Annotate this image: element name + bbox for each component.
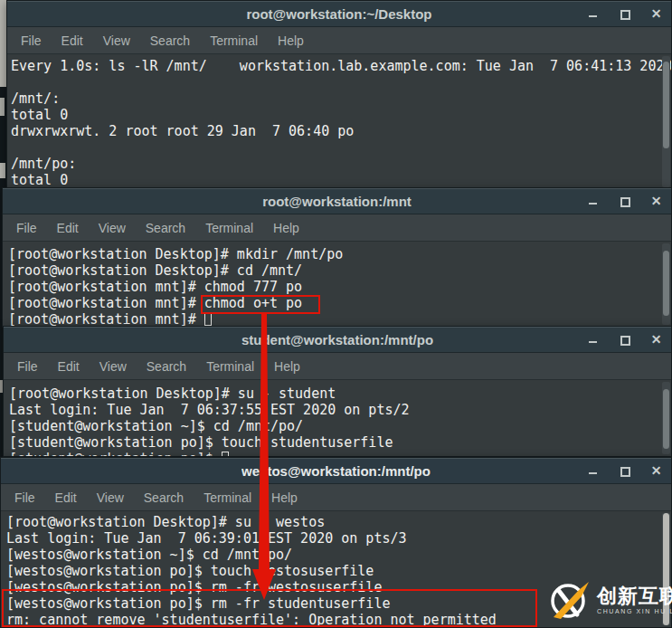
scrollbar[interactable] — [662, 56, 670, 187]
close-icon[interactable]: ✕ — [650, 8, 662, 20]
terminal-line: [student@workstation po]$ touch studentu… — [4, 434, 671, 451]
minimize-icon[interactable] — [587, 195, 599, 207]
menu-view[interactable]: View — [93, 357, 133, 376]
terminal-line: [student@workstation ~]$ cd /mnt/po/ — [4, 418, 671, 434]
menu-edit[interactable]: Edit — [49, 488, 83, 508]
terminal-line: Last login: Tue Jan 7 06:39:01 EST 2020 … — [1, 530, 671, 547]
terminal-line: [root@workstation Desktop]# su - student — [4, 385, 671, 402]
menubar: File Edit View Search Terminal Help — [4, 353, 671, 380]
window-title: student@workstation:/mnt/po — [241, 332, 433, 347]
menu-search[interactable]: Search — [140, 357, 193, 376]
terminal-prompt-line: [student@workstation po]$ — [4, 451, 671, 456]
terminal-line: total 0 — [7, 172, 671, 188]
terminal-line: total 0 — [7, 107, 671, 123]
window-title: root@workstation:/mnt — [262, 194, 412, 209]
window-title: root@workstation:~/Desktop — [246, 6, 431, 22]
minimize-icon[interactable] — [587, 334, 599, 346]
terminal-line: [westos@workstation po]$ rm -fr westosus… — [1, 579, 671, 595]
menu-edit[interactable]: Edit — [51, 218, 85, 238]
titlebar[interactable]: root@workstation:/mnt ✕ — [3, 188, 671, 214]
close-icon[interactable]: ✕ — [650, 465, 662, 477]
close-icon[interactable]: ✕ — [650, 195, 662, 207]
menu-edit[interactable]: Edit — [52, 357, 86, 376]
menu-view[interactable]: View — [92, 218, 132, 238]
background-window-edge — [0, 163, 5, 178]
minimize-icon[interactable] — [587, 8, 599, 20]
terminal-cursor — [204, 312, 212, 326]
prompt-text: [student@workstation po]$ — [9, 451, 222, 456]
terminal-line: drwxrwxrwt. 2 root root 29 Jan 7 06:40 p… — [7, 123, 671, 139]
scrollbar[interactable] — [662, 243, 670, 325]
window-controls: ✕ — [587, 189, 662, 214]
terminal-line: /mnt/po: — [7, 156, 671, 172]
titlebar[interactable]: student@workstation:/mnt/po ✕ — [4, 327, 671, 353]
menu-help[interactable]: Help — [268, 357, 307, 376]
titlebar[interactable]: westos@workstation:/mnt/po ✕ — [1, 458, 671, 484]
menu-help[interactable]: Help — [267, 218, 306, 238]
menu-terminal[interactable]: Terminal — [200, 357, 260, 376]
terminal-line: /mnt/: — [7, 90, 671, 107]
window-title: westos@workstation:/mnt/po — [241, 463, 431, 479]
menu-view[interactable]: View — [97, 31, 137, 51]
background-window-edge — [0, 0, 6, 87]
terminal-line: rm: cannot remove 'studentuserfile': Ope… — [1, 612, 671, 627]
titlebar[interactable]: root@workstation:~/Desktop ✕ — [7, 1, 671, 27]
terminal-screen[interactable]: [root@workstation Desktop]# su - student… — [4, 380, 671, 456]
prompt-text: [root@workstation mnt]# — [8, 311, 204, 327]
maximize-icon[interactable] — [619, 195, 630, 207]
maximize-icon[interactable] — [619, 465, 630, 477]
terminal-line: [root@workstation Desktop]# mkdir /mnt/p… — [3, 246, 671, 262]
terminal-window-watch: root@workstation:~/Desktop ✕ File Edit V… — [6, 0, 672, 190]
scrollbar[interactable] — [662, 382, 670, 454]
menu-file[interactable]: File — [11, 357, 44, 376]
maximize-icon[interactable] — [619, 334, 630, 346]
terminal-line: [root@workstation Desktop]# su - westos — [1, 514, 671, 530]
terminal-line — [7, 74, 671, 90]
menu-terminal[interactable]: Terminal — [199, 218, 260, 238]
terminal-line: [root@workstation Desktop]# cd /mnt/ — [3, 262, 671, 279]
menu-search[interactable]: Search — [144, 31, 196, 51]
terminal-window-westos: westos@workstation:/mnt/po ✕ File Edit V… — [0, 457, 672, 628]
window-controls: ✕ — [587, 459, 662, 483]
menu-file[interactable]: File — [14, 31, 48, 51]
menu-terminal[interactable]: Terminal — [197, 488, 258, 508]
menu-file[interactable]: File — [10, 218, 43, 238]
terminal-prompt-line: [root@workstation mnt]# — [3, 311, 671, 327]
terminal-screen[interactable]: [root@workstation Desktop]# su - westos … — [1, 511, 671, 627]
scrollbar-thumb[interactable] — [663, 62, 669, 148]
terminal-screen[interactable]: Every 1.0s: ls -lR /mnt/ workstation.lab… — [7, 54, 671, 189]
menu-edit[interactable]: Edit — [55, 31, 90, 51]
menubar: File Edit View Search Terminal Help — [3, 214, 671, 242]
window-controls: ✕ — [587, 2, 662, 26]
terminal-line: [westos@workstation po]$ touch westosuse… — [1, 563, 671, 579]
scrollbar-thumb[interactable] — [663, 389, 669, 449]
scrollbar-thumb[interactable] — [663, 513, 669, 625]
terminal-line: [westos@workstation ~]$ cd /mnt/po/ — [1, 547, 671, 563]
terminal-cursor — [222, 452, 229, 456]
close-icon[interactable]: ✕ — [650, 334, 662, 346]
minimize-icon[interactable] — [587, 465, 599, 477]
window-controls: ✕ — [587, 328, 662, 352]
terminal-line: [westos@workstation po]$ rm -fr studentu… — [1, 595, 671, 612]
terminal-window-root-mnt: root@workstation:/mnt ✕ File Edit View S… — [2, 187, 672, 328]
scrollbar-thumb[interactable] — [663, 251, 669, 316]
terminal-window-student: student@workstation:/mnt/po ✕ File Edit … — [3, 326, 672, 457]
background-window-edge — [0, 98, 5, 116]
scrollbar[interactable] — [662, 513, 670, 625]
menubar: File Edit View Search Terminal Help — [7, 27, 671, 54]
terminal-line — [7, 139, 671, 156]
terminal-line: Last login: Tue Jan 7 06:37:55 EST 2020 … — [4, 402, 671, 418]
menu-file[interactable]: File — [8, 488, 42, 508]
menu-view[interactable]: View — [90, 488, 130, 508]
terminal-line: [root@workstation mnt]# chmod 777 po — [3, 279, 671, 295]
menu-help[interactable]: Help — [271, 31, 310, 51]
menu-search[interactable]: Search — [139, 218, 192, 238]
terminal-line: Every 1.0s: ls -lR /mnt/ workstation.lab… — [7, 58, 671, 74]
terminal-screen[interactable]: [root@workstation Desktop]# mkdir /mnt/p… — [3, 242, 671, 327]
maximize-icon[interactable] — [619, 8, 630, 20]
menubar: File Edit View Search Terminal Help — [1, 484, 671, 511]
terminal-line: [root@workstation mnt]# chmod o+t po — [3, 295, 671, 311]
menu-search[interactable]: Search — [137, 488, 190, 508]
menu-terminal[interactable]: Terminal — [203, 31, 264, 51]
menu-help[interactable]: Help — [265, 488, 304, 508]
